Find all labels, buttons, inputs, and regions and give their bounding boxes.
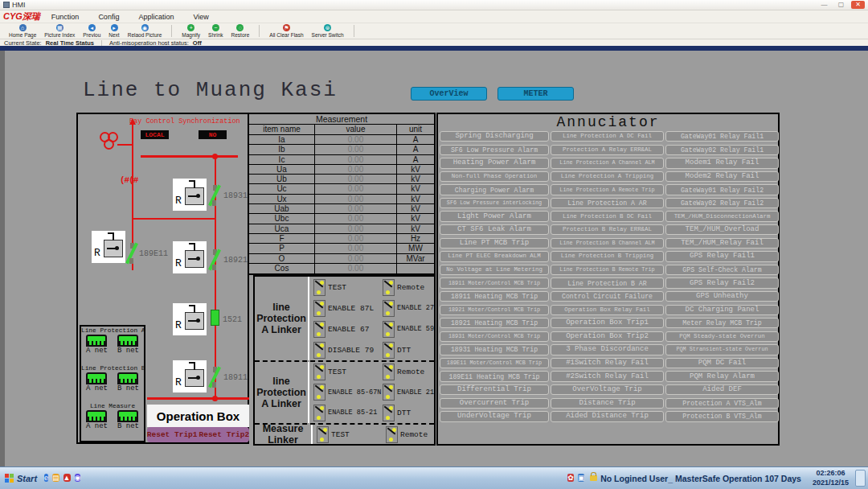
toolbar-magnify[interactable]: +Magnify bbox=[182, 24, 200, 38]
annunciator-line-protection-b-remote-trip[interactable]: Line Protection B Remote Trip bbox=[551, 265, 664, 275]
disconnector-189E11[interactable] bbox=[126, 243, 137, 264]
annunciator-operation-box-trip1[interactable]: Operation Box Trip1 bbox=[551, 318, 664, 328]
toolbar-relaod-picture[interactable]: ◉Relaod Picture bbox=[128, 24, 162, 38]
annunciator-ct-sf6-leak-alarm[interactable]: CT SF6 Leak Alarm bbox=[440, 224, 549, 235]
disconnector-18921[interactable] bbox=[209, 249, 220, 270]
annunciator-protection-a-relay-err-al[interactable]: Protection A Relay ERR&AL bbox=[551, 145, 664, 155]
linker-switch-icon[interactable] bbox=[313, 342, 326, 359]
annunciator-overcurrent-trip[interactable]: Overcurrent Trip bbox=[440, 398, 549, 409]
annunciator-18911-heating-mcb-trip[interactable]: 18911 Heating MCB Trip bbox=[440, 291, 549, 302]
pinwheel-icon[interactable]: ✿ bbox=[567, 474, 574, 482]
annunciator-protection-b-relay-err-al[interactable]: Protection B Relay ERR&AL bbox=[551, 224, 664, 235]
annunciator-aided-distance-trip[interactable]: Aided Distance Trip bbox=[551, 411, 664, 421]
toolbar-home-page[interactable]: ⌂Home Page bbox=[9, 24, 36, 38]
toolbar-all-clear-flash[interactable]: ⚑All Clear Flash bbox=[269, 24, 303, 38]
disconnector-18911[interactable] bbox=[209, 367, 220, 388]
linker-switch-icon[interactable] bbox=[313, 405, 326, 421]
annunciator-differential-trip[interactable]: Differential Trip bbox=[440, 384, 549, 395]
annunciator-spring-discharging[interactable]: Spring Discharging bbox=[440, 131, 549, 142]
meter-button[interactable]: METER bbox=[497, 87, 574, 101]
annunciator-sf6-low-pressure-alarm[interactable]: SF6 Low Pressure Alarm bbox=[440, 145, 549, 155]
annunciator-line-protection-a-dc-fail[interactable]: Line Protection A DC Fail bbox=[551, 131, 664, 142]
toolbar-next[interactable]: ▸Next bbox=[108, 24, 119, 38]
linker-switch-icon[interactable] bbox=[313, 300, 326, 317]
annunciator-gps-unheathy[interactable]: GPS Unheathy bbox=[665, 291, 779, 302]
annunciator-pqm-dc-fail[interactable]: PQM DC Fail bbox=[665, 358, 779, 368]
linker-switch-icon[interactable] bbox=[313, 321, 326, 338]
breaker-control-1521[interactable]: R bbox=[173, 303, 207, 335]
annunciator-2switch-relay-fail[interactable]: #2Switch Relay Fail bbox=[551, 371, 664, 381]
menu-function[interactable]: Function bbox=[51, 13, 80, 21]
shield-icon[interactable]: ▲ bbox=[63, 474, 71, 482]
linker-switch-icon[interactable] bbox=[383, 300, 395, 317]
annunciator-18911-moter-control-mcb-trip[interactable]: 18911 Moter/Control MCB Trip bbox=[440, 277, 549, 288]
menu-application[interactable]: Application bbox=[138, 13, 174, 21]
annunciator-pqm-steady-state-overrun[interactable]: PQM Steady-state Overrun bbox=[665, 331, 779, 342]
annunciator-gps-relay-fail2[interactable]: GPS Relay Fail2 bbox=[665, 277, 779, 288]
annunciator-line-protection-b-dc-fail[interactable]: Line Protection B DC Fail bbox=[551, 211, 664, 221]
annunciator-meter-relay-mcb-trip[interactable]: Meter Relay MCB Trip bbox=[665, 318, 779, 328]
annunciator-gateway01-relay-fail1[interactable]: GateWay01 Relay Fail1 bbox=[665, 131, 779, 142]
start-button[interactable]: Start bbox=[0, 467, 44, 489]
annunciator-aided-def[interactable]: Aided DEF bbox=[665, 384, 779, 395]
toolbar-server-switch[interactable]: ⊜Server Switch bbox=[312, 24, 344, 38]
ie-icon[interactable]: e bbox=[44, 474, 48, 482]
breaker-control-18921[interactable]: R bbox=[173, 241, 207, 273]
folder-icon[interactable]: ▤ bbox=[52, 474, 59, 482]
annunciator-line-protection-a-channel-alm[interactable]: Line Protection A Channel ALM bbox=[551, 158, 664, 168]
annunciator-18921-moter-control-mcb-trip[interactable]: 18921 Moter/Control MCB Trip bbox=[440, 305, 549, 315]
annunciator-gateway01-relay-fail2[interactable]: GateWay01 Relay Fail2 bbox=[665, 184, 779, 195]
annunciator-1switch-relay-fail[interactable]: #1Switch Relay Fail bbox=[551, 358, 664, 368]
linker-switch-icon[interactable] bbox=[386, 426, 398, 443]
annunciator-pqm-relay-alarm[interactable]: PQM Relay Alarm bbox=[665, 371, 779, 381]
annunciator-non-full-phase-operation[interactable]: Non-full Phase Operation bbox=[440, 171, 549, 182]
linker-switch-icon[interactable] bbox=[383, 384, 395, 401]
annunciator-undervoltage-trip[interactable]: UnderVoltage Trip bbox=[440, 411, 549, 421]
annunciator-protection-b-vts-alm[interactable]: Protection B VTS_Alm bbox=[665, 411, 779, 421]
annunciator-189e11-heating-mcb-trip[interactable]: 189E11 Heating MCB Trip bbox=[440, 371, 549, 381]
annunciator-gps-self-check-alarm[interactable]: GPS Self-Check Alarm bbox=[665, 265, 779, 275]
annunciator-line-protection-b-ar[interactable]: Line Protection B AR bbox=[551, 277, 664, 288]
minimize-icon[interactable]: — bbox=[817, 1, 831, 9]
messenger-icon[interactable]: ▣ bbox=[578, 474, 585, 482]
reset-trip1-button[interactable]: Reset Trip1 bbox=[147, 430, 198, 439]
maximize-icon[interactable]: ▢ bbox=[834, 1, 848, 9]
linker-switch-icon[interactable] bbox=[383, 342, 395, 359]
annunciator-3-phase-discordance[interactable]: 3 Phase Discordance bbox=[551, 344, 664, 355]
linker-switch-icon[interactable] bbox=[383, 364, 395, 380]
disconnector-18931[interactable] bbox=[209, 185, 220, 206]
annunciator-line-protection-a-ar[interactable]: Line Protection A AR bbox=[551, 198, 664, 208]
linker-switch-icon[interactable] bbox=[313, 364, 326, 380]
linker-switch-icon[interactable] bbox=[383, 321, 395, 338]
annunciator-189e11-moter-control-mcb-trip[interactable]: 189E11 Moter/Control MCB Trip bbox=[440, 358, 549, 368]
annunciator-distance-trip[interactable]: Distance Trip bbox=[551, 398, 664, 409]
annunciator-gps-relay-fail1[interactable]: GPS Relay Fail1 bbox=[665, 251, 779, 261]
annunciator-18931-heating-mcb-trip[interactable]: 18931 Heating MCB Trip bbox=[440, 344, 549, 355]
annunciator-pqm-stransient-state-overrun[interactable]: PQM Stransient-state Overrun bbox=[665, 344, 779, 355]
annunciator-control-circuit-failure[interactable]: Control Circuit Failure bbox=[551, 291, 664, 302]
annunciator-18931-moter-control-mcb-trip[interactable]: 18931 Moter/Control MCB Trip bbox=[440, 331, 549, 342]
menu-config[interactable]: Config bbox=[98, 13, 119, 21]
overview-button[interactable]: OverView bbox=[411, 87, 487, 101]
reset-trip2-button[interactable]: Reset Trip2 bbox=[199, 430, 250, 439]
linker-switch-icon[interactable] bbox=[313, 279, 326, 296]
breaker-control-18931[interactable]: R bbox=[173, 179, 207, 211]
annunciator-tem-hum-disconnectionalarm[interactable]: TEM_/HUM_DisconnectionAlarm bbox=[665, 211, 779, 221]
annunciator-gateway02-relay-fail2[interactable]: GateWay02 Relay Fail2 bbox=[665, 198, 779, 208]
toolbar-picture-index[interactable]: ▦Picture Index bbox=[44, 24, 75, 38]
toolbar-previou[interactable]: ◂Previou bbox=[83, 24, 100, 38]
annunciator-gateway02-relay-fail1[interactable]: GateWay02 Relay Fail1 bbox=[665, 145, 779, 155]
annunciator-line-pt-mcb-trip[interactable]: Line PT MCB Trip bbox=[440, 238, 549, 249]
annunciator-line-pt-elec-breakdown-alm[interactable]: Line PT ELEC Breakdown ALM bbox=[440, 251, 549, 261]
menu-view[interactable]: View bbox=[193, 13, 208, 21]
annunciator-operation-box-relay-fail[interactable]: Operation Box Relay Fail bbox=[551, 305, 664, 315]
annunciator-modem2-relay-fail[interactable]: Modem2 Relay Fail bbox=[665, 171, 779, 182]
toolbar-restore[interactable]: ◌Restore bbox=[231, 24, 250, 38]
annunciator-no-voltage-at-line-metering[interactable]: No Voltage at Line Metering bbox=[440, 265, 549, 275]
linker-switch-icon[interactable] bbox=[313, 384, 326, 401]
annunciator-overvoltage-trip[interactable]: OverVoltage Trip bbox=[551, 384, 664, 395]
annunciator-light-power-alarm[interactable]: Light Power Alarm bbox=[440, 211, 549, 221]
annunciator-18921-heating-mcb-trip[interactable]: 18921 Heating MCB Trip bbox=[440, 318, 549, 328]
linker-switch-icon[interactable] bbox=[383, 405, 395, 421]
breaker-control-18911[interactable]: R bbox=[173, 360, 207, 392]
